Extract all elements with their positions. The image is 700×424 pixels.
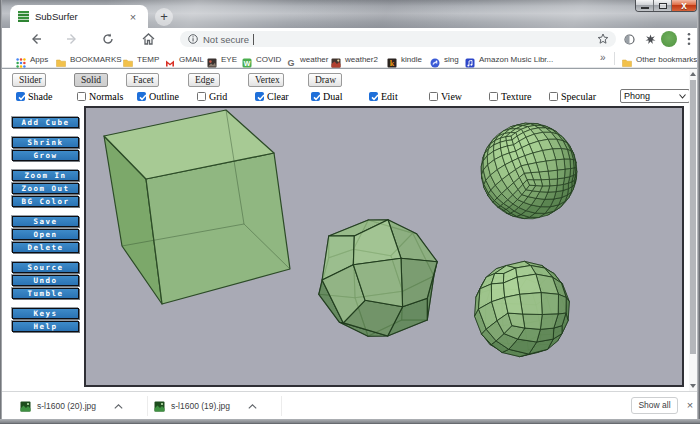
sidebar-button-grow[interactable]: Grow bbox=[12, 150, 79, 161]
home-button[interactable] bbox=[140, 31, 156, 47]
checkbox-shade[interactable] bbox=[16, 92, 25, 101]
sidebar-button-zoom-out[interactable]: Zoom Out bbox=[12, 183, 79, 194]
bookmark-item[interactable]: sing bbox=[430, 52, 459, 66]
shading-select[interactable]: Phong bbox=[620, 89, 690, 103]
tab-favicon-icon bbox=[18, 11, 29, 22]
image-file-icon bbox=[154, 401, 165, 412]
browser-tab[interactable]: SubSurfer × bbox=[10, 5, 148, 28]
bookmark-item[interactable]: EYE bbox=[207, 52, 237, 66]
profile-avatar[interactable] bbox=[661, 31, 677, 47]
maximize-button[interactable] bbox=[654, 0, 672, 11]
option-normals[interactable]: Normals bbox=[77, 91, 123, 102]
downloads-bar: Show all × s-l1600 (20).jpgs-l1600 (19).… bbox=[2, 391, 697, 419]
sidebar-button-undo[interactable]: Undo bbox=[12, 275, 79, 286]
sidebar-button-bg-color[interactable]: BG Color bbox=[12, 196, 79, 207]
mode-button-solid[interactable]: Solid bbox=[74, 73, 108, 87]
bookmark-item[interactable]: TEMP bbox=[123, 52, 159, 66]
sidebar-button-keys[interactable]: Keys bbox=[12, 308, 79, 319]
bookmark-item[interactable]: BOOKMARKS bbox=[56, 52, 122, 66]
mode-button-facet[interactable]: Facet bbox=[126, 73, 159, 87]
other-bookmarks-folder[interactable]: Other bookmarks bbox=[622, 52, 697, 66]
tab-close-icon[interactable]: × bbox=[126, 10, 140, 24]
back-button[interactable] bbox=[28, 31, 44, 47]
mode-button-draw[interactable]: Draw bbox=[308, 73, 342, 87]
option-view[interactable]: View bbox=[429, 91, 462, 102]
checkbox-label: Shade bbox=[28, 91, 52, 102]
sidebar-button-help[interactable]: Help bbox=[12, 321, 79, 332]
option-dual[interactable]: Dual bbox=[311, 91, 342, 102]
minimize-button[interactable] bbox=[636, 0, 654, 11]
download-item[interactable]: s-l1600 (20).jpg bbox=[20, 392, 123, 420]
forward-button[interactable] bbox=[64, 31, 80, 47]
3d-viewport[interactable] bbox=[84, 106, 684, 387]
select-chevron-icon bbox=[679, 94, 686, 99]
sidebar-button-tumble[interactable]: Tumble bbox=[12, 288, 79, 299]
sidebar-button-source[interactable]: Source bbox=[12, 262, 79, 273]
option-shade[interactable]: Shade bbox=[16, 91, 52, 102]
close-window-button[interactable]: x bbox=[672, 0, 696, 11]
window-frame-left bbox=[0, 0, 2, 424]
bookmark-label: COVID bbox=[256, 55, 281, 64]
bookmarks-separator bbox=[614, 52, 615, 65]
checkbox-dual[interactable] bbox=[311, 92, 320, 101]
checkbox-clear[interactable] bbox=[255, 92, 264, 101]
option-grid[interactable]: Grid bbox=[197, 91, 227, 102]
bookmarks-bar: » AppsBOOKMARKSTEMPGMAILEYEWCOVIDGweathe… bbox=[2, 50, 697, 68]
checkbox-specular[interactable] bbox=[549, 92, 558, 101]
browser-menu-icon[interactable] bbox=[681, 31, 697, 47]
sidebar-button-shrink[interactable]: Shrink bbox=[12, 137, 79, 148]
scrollbar-thumb[interactable] bbox=[690, 80, 696, 354]
option-clear[interactable]: Clear bbox=[255, 91, 289, 102]
new-tab-button[interactable]: + bbox=[155, 8, 173, 26]
checkbox-outline[interactable] bbox=[137, 92, 146, 101]
option-edit[interactable]: Edit bbox=[369, 91, 398, 102]
bookmark-item[interactable]: Apps bbox=[16, 52, 48, 66]
sidebar-button-delete[interactable]: Delete bbox=[12, 242, 79, 253]
checkbox-view[interactable] bbox=[429, 92, 438, 101]
svg-text:W: W bbox=[244, 60, 251, 67]
checkbox-normals[interactable] bbox=[77, 92, 86, 101]
bookmarks-overflow-chevron[interactable]: » bbox=[600, 52, 606, 63]
close-window-icon: x bbox=[681, 1, 687, 11]
download-item[interactable]: s-l1600 (19).jpg bbox=[154, 392, 257, 420]
option-specular[interactable]: Specular bbox=[549, 91, 596, 102]
scroll-up-icon[interactable] bbox=[689, 69, 697, 79]
sidebar-button-save[interactable]: Save bbox=[12, 216, 79, 227]
checkbox-edit[interactable] bbox=[369, 92, 378, 101]
sidebar-button-add-cube[interactable]: Add Cube bbox=[12, 117, 79, 128]
downloads-bar-close-icon[interactable]: × bbox=[683, 398, 697, 412]
address-bar[interactable]: Not secure bbox=[180, 31, 616, 47]
bookmark-item[interactable]: kkindle bbox=[387, 52, 422, 66]
bookmark-label: Apps bbox=[30, 55, 48, 64]
checkbox-texture[interactable] bbox=[489, 92, 498, 101]
checkbox-label: Specular bbox=[561, 91, 596, 102]
download-menu-chevron-icon[interactable] bbox=[114, 404, 123, 409]
folder-icon bbox=[622, 54, 632, 64]
bookmark-item[interactable]: Gweather bbox=[286, 52, 328, 66]
mode-button-vertex[interactable]: Vertex bbox=[248, 73, 284, 87]
round-blue-icon bbox=[430, 54, 440, 64]
mode-button-edge[interactable]: Edge bbox=[188, 73, 220, 87]
bookmark-item[interactable]: weather2 bbox=[331, 52, 378, 66]
mode-button-slider[interactable]: Slider bbox=[12, 73, 46, 87]
show-all-downloads-button[interactable]: Show all bbox=[631, 397, 678, 414]
maximize-icon bbox=[659, 3, 667, 9]
scroll-down-icon[interactable] bbox=[689, 381, 697, 391]
option-texture[interactable]: Texture bbox=[489, 91, 531, 102]
bookmark-item[interactable]: Amazon Music Libr... bbox=[465, 52, 553, 66]
option-outline[interactable]: Outline bbox=[137, 91, 179, 102]
site-info-icon[interactable] bbox=[188, 34, 198, 44]
tab-title: SubSurfer bbox=[35, 11, 126, 22]
download-menu-chevron-icon[interactable] bbox=[248, 404, 257, 409]
sidebar-button-zoom-in[interactable]: Zoom In bbox=[12, 170, 79, 181]
sidebar-button-open[interactable]: Open bbox=[12, 229, 79, 240]
reload-button[interactable] bbox=[100, 31, 116, 47]
bookmark-item[interactable]: WCOVID bbox=[242, 52, 281, 66]
bookmark-item[interactable]: GMAIL bbox=[165, 52, 204, 66]
bookmark-star-icon[interactable] bbox=[597, 33, 609, 45]
extension-circle-icon[interactable] bbox=[621, 31, 637, 47]
page-content: SliderSolidFacetEdgeVertexDraw Phong Sha… bbox=[2, 69, 689, 391]
checkbox-grid[interactable] bbox=[197, 92, 206, 101]
page-scrollbar[interactable] bbox=[689, 69, 697, 391]
extension-puzzle-icon[interactable] bbox=[642, 31, 658, 47]
